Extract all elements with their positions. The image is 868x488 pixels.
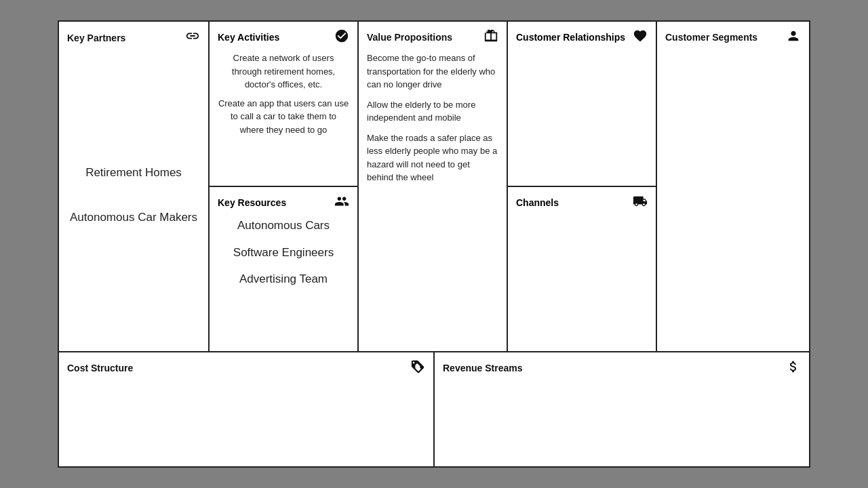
customer-relationships-cell: Customer Relationships bbox=[508, 22, 656, 187]
key-activities-cell: Key Activities Create a network of users… bbox=[210, 22, 357, 187]
revenue-streams-header: Revenue Streams bbox=[443, 359, 801, 377]
key-activities-item-2: Create an app that users can use to call… bbox=[218, 97, 349, 137]
channels-cell: Channels bbox=[508, 187, 656, 351]
value-props-cell: Value Propositions Become the go-to mean… bbox=[359, 22, 508, 351]
key-partners-item-2: Autonomous Car Makers bbox=[67, 209, 200, 226]
key-activities-title: Key Activities bbox=[218, 32, 279, 43]
revenue-streams-title: Revenue Streams bbox=[443, 363, 523, 373]
key-resources-item-2: Software Engineers bbox=[218, 244, 349, 262]
key-resources-content: Autonomous Cars Software Engineers Adver… bbox=[218, 217, 349, 288]
customer-segments-cell: Customer Segments bbox=[657, 22, 809, 351]
key-activities-content: Create a network of users through retire… bbox=[218, 52, 349, 136]
key-activities-item-1: Create a network of users through retire… bbox=[218, 52, 349, 92]
key-partners-content: Retirement Homes Autonomous Car Makers bbox=[67, 52, 200, 344]
value-props-item-2: Allow the elderly to be more independent… bbox=[367, 98, 498, 125]
value-props-content: Become the go-to means of transportation… bbox=[367, 52, 498, 191]
key-resources-header: Key Resources bbox=[218, 194, 349, 211]
channels-title: Channels bbox=[516, 197, 559, 208]
key-resources-title: Key Resources bbox=[218, 197, 286, 208]
key-resources-cell: Key Resources Autonomous Cars Software E… bbox=[210, 187, 357, 351]
top-section: Key Partners Retirement Homes Autonomous… bbox=[59, 22, 809, 352]
value-props-title: Value Propositions bbox=[367, 32, 452, 43]
value-props-item-3: Make the roads a safer place as less eld… bbox=[367, 131, 498, 184]
money-icon bbox=[786, 359, 801, 377]
value-props-header: Value Propositions bbox=[367, 28, 498, 46]
gift-icon bbox=[484, 28, 498, 46]
key-resources-item-3: Advertising Team bbox=[218, 270, 349, 288]
value-props-item-1: Become the go-to means of transportation… bbox=[367, 52, 498, 92]
key-partners-item-1: Retirement Homes bbox=[67, 164, 200, 182]
channels-header: Channels bbox=[516, 194, 648, 211]
link-icon bbox=[185, 28, 200, 47]
customer-relationships-header: Customer Relationships bbox=[516, 28, 648, 46]
customer-relationships-title: Customer Relationships bbox=[516, 32, 625, 43]
customer-segments-title: Customer Segments bbox=[665, 32, 757, 43]
key-partners-title: Key Partners bbox=[67, 33, 125, 43]
tag-icon bbox=[410, 359, 425, 377]
key-activities-header: Key Activities bbox=[218, 28, 349, 46]
revenue-streams-cell: Revenue Streams bbox=[435, 352, 809, 466]
business-model-canvas: Key Partners Retirement Homes Autonomous… bbox=[58, 20, 810, 468]
cost-structure-header: Cost Structure bbox=[67, 359, 425, 377]
cost-structure-cell: Cost Structure bbox=[59, 352, 435, 466]
heart-icon bbox=[633, 28, 648, 46]
checkmark-icon bbox=[334, 28, 349, 46]
cost-structure-title: Cost Structure bbox=[67, 363, 133, 373]
key-act-res-stack: Key Activities Create a network of users… bbox=[210, 22, 359, 351]
bottom-section: Cost Structure Revenue Streams bbox=[59, 352, 809, 466]
people-icon bbox=[334, 194, 349, 211]
key-partners-header: Key Partners bbox=[67, 28, 200, 47]
key-partners-cell: Key Partners Retirement Homes Autonomous… bbox=[59, 22, 210, 351]
key-resources-item-1: Autonomous Cars bbox=[218, 217, 349, 235]
person-icon bbox=[786, 28, 801, 46]
cust-rel-chan-stack: Customer Relationships Channels bbox=[508, 22, 657, 351]
customer-segments-header: Customer Segments bbox=[665, 28, 801, 46]
truck-icon bbox=[633, 194, 648, 211]
